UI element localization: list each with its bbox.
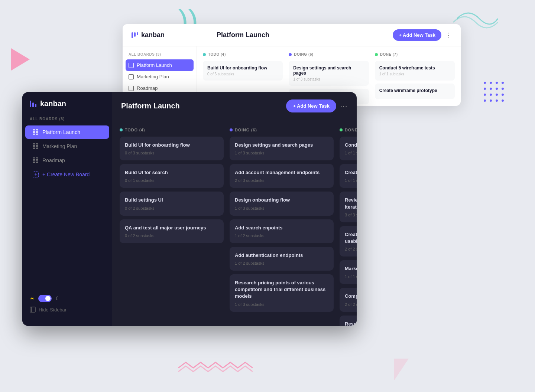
svg-rect-12: [36, 161, 38, 163]
light-more-button[interactable]: ⋮: [445, 31, 452, 39]
zigzag-decoration: [178, 359, 253, 377]
light-card-0[interactable]: Build UI for onboarding flow 0 of 6 subs…: [203, 61, 283, 81]
light-sidebar-item-platform-launch[interactable]: Platform Launch: [126, 59, 194, 71]
theme-toggle-track[interactable]: [38, 295, 52, 302]
dark-topbar: Platform Launch + Add New Task ⋯: [112, 92, 357, 120]
board-icon-2: [33, 157, 39, 163]
dark-create-board[interactable]: + + Create New Board: [25, 168, 109, 181]
dark-sidebar-item-roadmap[interactable]: Roadmap: [25, 154, 109, 167]
svg-rect-9: [33, 158, 35, 160]
kanban-done-card-4[interactable]: Market discovery 1 of 1 substasks: [340, 260, 357, 284]
light-card-done-title-0: Conduct 5 wireframe tests: [379, 65, 450, 71]
kanban-done-card-title-5: Competitor analysis: [345, 293, 357, 300]
kanban-todo-card-sub-1: 0 of 1 substasks: [125, 178, 218, 183]
triangle-decoration: [11, 48, 30, 71]
light-sidebar-item-marketing-plan[interactable]: Marketing Plan: [123, 71, 197, 82]
kanban-doing-card-0[interactable]: Design settings and search pages 1 of 3 …: [230, 137, 334, 160]
dark-sidebar-item-platform-launch[interactable]: Platform Launch: [25, 125, 109, 139]
svg-rect-7: [36, 144, 38, 146]
kanban-doing-card-title-4: Add authentication endpoints: [235, 252, 328, 259]
light-card-title-0: Build UI for onboarding flow: [207, 65, 278, 71]
kanban-doing-card-2[interactable]: Design onboarding flow 1 of 3 substasks: [230, 192, 334, 215]
kanban-done-card-5[interactable]: Competitor analysis 2 of 2 substasks: [340, 288, 357, 311]
pink-triangle-decoration: [394, 359, 431, 381]
dark-main-content: Platform Launch + Add New Task ⋯ TODO (4…: [112, 92, 357, 326]
kanban-done-card-3[interactable]: Create paper prototypes and conduct 10 u…: [340, 226, 357, 257]
dark-create-board-label: + Create New Board: [42, 172, 90, 177]
dark-sidebar-item-marketing-plan[interactable]: Marketing Plan: [25, 140, 109, 153]
dark-sidebar: kanban ALL BOARDS (8) Platform Launch Ma…: [22, 92, 112, 326]
dark-kanban-board: TODO (4) Build UI for onboarding flow 0 …: [112, 120, 357, 326]
kanban-done-card-sub-2: 3 of 3 substasks: [345, 213, 357, 217]
dark-hide-sidebar-button[interactable]: Hide Sidebar: [30, 307, 105, 313]
dark-logo-icon: [30, 101, 36, 107]
kanban-todo-card-sub-3: 0 of 2 substasks: [125, 233, 218, 238]
svg-rect-2: [33, 133, 35, 134]
dark-board-name-0: Platform Launch: [42, 129, 80, 135]
kanban-doing-card-sub-1: 2 of 3 substasks: [235, 178, 328, 183]
light-board-name-0: Platform Launch: [137, 62, 172, 68]
kanban-todo-card-1[interactable]: Build UI for search 0 of 1 substasks: [120, 164, 224, 188]
kanban-todo-card-2[interactable]: Build settings UI 0 of 2 substasks: [120, 192, 224, 215]
light-board-name-2: Roadmap: [137, 85, 158, 91]
light-board-name-1: Marketing Plan: [137, 74, 169, 79]
kanban-doing-card-4[interactable]: Add authentication endpoints 1 of 2 subs…: [230, 247, 334, 271]
light-add-task-button[interactable]: + Add New Task: [393, 29, 441, 41]
light-card-sub-0: 0 of 6 substasks: [207, 72, 278, 76]
light-board-icon-2: [129, 74, 134, 79]
kanban-doing-card-title-2: Design onboarding flow: [235, 197, 328, 203]
hide-sidebar-icon: [30, 307, 36, 313]
svg-rect-10: [33, 161, 35, 163]
kanban-doing-header: DOING (6): [230, 128, 334, 132]
light-card-done-1[interactable]: Create wireframe prototype: [375, 84, 455, 99]
dark-theme-toggle: ☀ ☾: [30, 295, 105, 302]
kanban-done-card-title-2: Review results of usability tests and it…: [345, 197, 357, 210]
theme-toggle-thumb: [45, 296, 51, 301]
dark-kanban-window: kanban ALL BOARDS (8) Platform Launch Ma…: [22, 92, 357, 326]
light-app-logo: kanban: [132, 31, 165, 39]
light-done-column: DONE (7) Conduct 5 wireframe tests 1 of …: [375, 52, 455, 100]
kanban-doing-card-sub-5: 1 of 3 substasks: [235, 302, 328, 307]
kanban-doing-card-sub-3: 1 of 2 substasks: [235, 233, 328, 238]
light-board-title: Platform Launch: [217, 31, 269, 39]
kanban-doing-card-sub-2: 1 of 3 substasks: [235, 206, 328, 210]
kanban-todo-card-0[interactable]: Build UI for onboarding flow 0 of 3 subs…: [120, 137, 224, 160]
kanban-done-card-6[interactable]: Research the market 2 of 2 substasks: [340, 316, 357, 326]
kanban-doing-card-3[interactable]: Add search enpoints 1 of 2 substasks: [230, 219, 334, 243]
kanban-doing-card-5[interactable]: Research pricing points of various compe…: [230, 274, 334, 312]
dark-add-task-button[interactable]: + Add New Task: [286, 99, 336, 112]
light-doing-header: DOING (6): [289, 52, 369, 56]
kanban-done-card-title-3: Create paper prototypes and conduct 10 u…: [345, 231, 357, 245]
kanban-doing-card-sub-0: 1 of 3 substasks: [235, 151, 328, 155]
kanban-done-card-0[interactable]: Conduct 5 wireframe tests 1 of 1 substas…: [340, 137, 357, 160]
light-logo-icon: [132, 32, 138, 38]
kanban-todo-card-sub-2: 0 of 2 substasks: [125, 206, 218, 210]
kanban-done-card-title-0: Conduct 5 wireframe tests: [345, 142, 357, 148]
kanban-done-card-sub-0: 1 of 1 substasks: [345, 151, 357, 155]
svg-rect-8: [36, 147, 38, 148]
light-card-done-title-1: Create wireframe prototype: [379, 88, 450, 93]
svg-rect-5: [33, 144, 35, 146]
light-card-done-0[interactable]: Conduct 5 wireframe tests 1 of 1 subtask…: [375, 61, 455, 81]
light-board-icon-3: [129, 86, 134, 91]
kanban-doing-card-title-0: Design settings and search pages: [235, 142, 328, 148]
kanban-todo-card-3[interactable]: QA and test all major user journeys 0 of…: [120, 219, 224, 243]
light-app-name: kanban: [141, 31, 165, 39]
svg-rect-4: [36, 133, 38, 134]
kanban-todo-header: TODO (4): [120, 128, 224, 132]
kanban-done-card-sub-4: 1 of 1 substasks: [345, 274, 357, 279]
kanban-done-card-sub-5: 2 of 2 substasks: [345, 302, 357, 307]
kanban-done-card-1[interactable]: Create wireframe prototype 1 of 1 substa…: [340, 164, 357, 188]
dark-more-button[interactable]: ⋯: [340, 102, 348, 111]
moon-icon: ☾: [55, 295, 60, 301]
hide-sidebar-label: Hide Sidebar: [39, 307, 67, 313]
kanban-doing-card-1[interactable]: Add account management endpoints 2 of 3 …: [230, 164, 334, 188]
svg-rect-1: [33, 130, 35, 131]
light-card-doing-0[interactable]: Design settings and search pages 1 of 3 …: [289, 61, 369, 86]
dark-app-name: kanban: [40, 99, 66, 108]
kanban-doing-card-sub-4: 1 of 2 substasks: [235, 261, 328, 265]
kanban-done-label: DONE (7): [345, 128, 357, 132]
svg-rect-6: [33, 147, 35, 148]
light-todo-header: TODO (4): [203, 52, 283, 56]
kanban-done-card-2[interactable]: Review results of usability tests and it…: [340, 192, 357, 222]
